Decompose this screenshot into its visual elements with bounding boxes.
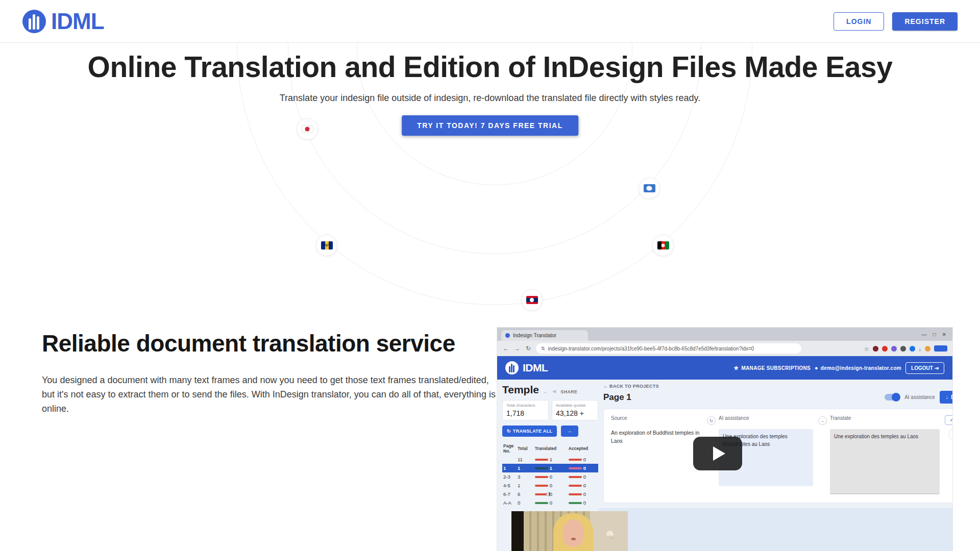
ai-assistance-label: AI assistance [904, 394, 935, 400]
antarctica-flag-icon [639, 178, 660, 199]
free-trial-cta-button[interactable]: TRY IT TODAY! 7 DAYS FREE TRIAL [402, 115, 578, 136]
account-menu[interactable]: ● demo@indesign-translator.com [815, 365, 901, 371]
page-title: Page 1 [603, 392, 631, 403]
ai-assistance-toggle[interactable] [885, 394, 900, 400]
intro-video[interactable]: Indesign Translator —□✕ ← → ↻ ⇅ indesign… [497, 328, 952, 551]
translation-textarea[interactable]: Une exploration des temples au Laos [830, 429, 940, 494]
back-to-projects-link[interactable]: ← BACK TO PROJECTS [603, 384, 952, 389]
window-controls[interactable]: —□✕ [922, 328, 948, 341]
download-button[interactable]: ↓ DOWNLOAD [940, 391, 952, 404]
table-row[interactable]: 2-3 3 0 0 [502, 472, 598, 481]
next-row-area [598, 508, 952, 551]
extension-icon[interactable] [873, 346, 878, 352]
brand-logo[interactable]: IDML [22, 9, 104, 34]
app-header: IDML ★ MANAGE SUBSCRIPTIONS ● demo@indes… [497, 356, 952, 380]
feature-section: Reliable document translation service Yo… [42, 330, 504, 416]
check-icon: ✓ [950, 418, 952, 422]
top-nav: IDML LOGIN REGISTER [0, 0, 980, 43]
table-row[interactable]: A-A 0 0 0 [502, 498, 598, 507]
subscriptions-icon: ★ [733, 365, 739, 371]
register-button[interactable]: REGISTER [892, 12, 958, 31]
next-arrow-button[interactable]: → [561, 425, 578, 437]
logout-button[interactable]: LOGOUT ⇥ [905, 362, 944, 374]
edit-icon[interactable]: ← [543, 389, 548, 394]
maximize-icon: □ [933, 332, 936, 337]
browser-toolbar: ← → ↻ ⇅ indesign-translator.com/projects… [497, 341, 952, 356]
extension-icons: ☆ ↓ [864, 345, 947, 352]
translate-all-button[interactable]: ↻ TRANSLATE ALL [502, 425, 557, 437]
feature-body: You designed a document with many text f… [42, 373, 504, 416]
table-row-selected[interactable]: 1 1 1 0 [502, 464, 598, 472]
barbados-flag-icon: Ψ [316, 235, 337, 256]
nav-actions: LOGIN REGISTER [834, 12, 958, 31]
app-logo-icon [505, 361, 519, 374]
forward-icon[interactable]: → [513, 345, 521, 352]
extension-icon[interactable] [910, 346, 915, 352]
manage-subscriptions-link[interactable]: ★ MANAGE SUBSCRIPTIONS [733, 365, 811, 371]
profile-avatar[interactable] [925, 346, 930, 352]
presenter-video-inset [511, 511, 628, 551]
close-icon: ✕ [942, 332, 946, 337]
reject-button[interactable]: ✕ REJECT [949, 430, 952, 439]
japan-flag-icon [297, 118, 318, 140]
translation-card: Source An exploration of Buddhist temple… [603, 409, 952, 503]
total-characters-card: Total characters 1,718 [502, 400, 549, 420]
tab-title: Indesign Translator [513, 333, 556, 338]
table-row[interactable]: 11 1 0 [502, 455, 598, 464]
extension-icon[interactable] [882, 346, 888, 352]
favicon [505, 333, 510, 338]
extension-icon[interactable] [900, 346, 906, 352]
validate-button[interactable]: ✓ VALIDATE [945, 415, 952, 425]
app-brand-name: IDML [523, 362, 548, 374]
share-label[interactable]: SHARE [560, 389, 577, 394]
back-icon[interactable]: ← [502, 345, 509, 352]
hero-section: Online Translation and Edition of InDesi… [0, 43, 980, 327]
landing-page: IDML LOGIN REGISTER Online Translation a… [0, 0, 980, 551]
translation-panel: ← BACK TO PROJECTS Page 1 AI assistance … [603, 384, 952, 551]
ai-column-header: AI assistance [719, 415, 813, 421]
idml-logo-icon [22, 10, 46, 33]
download-icon[interactable]: ↓ [919, 346, 922, 352]
youtube-play-button[interactable] [693, 437, 742, 470]
login-button[interactable]: LOGIN [834, 12, 884, 31]
bookmark-star-icon[interactable]: ☆ [864, 346, 869, 352]
hero-title: Online Translation and Edition of InDesi… [0, 50, 980, 84]
pages-table: Page No. Total Translated Accepted 11 1 … [502, 443, 598, 507]
afghanistan-flag-icon [652, 235, 674, 256]
browser-tab-strip: Indesign Translator —□✕ [497, 328, 952, 341]
download-icon: ↓ [946, 394, 948, 400]
brand-name: IDML [51, 9, 104, 34]
url-text: indesign-translator.com/projects/a31fce9… [548, 346, 754, 352]
refresh-icon[interactable]: ↻ [525, 345, 532, 352]
available-quotas-card: Available quotas 43,128 + [552, 400, 598, 420]
translate-column-header: Translate [830, 415, 940, 421]
browser-tab[interactable]: Indesign Translator [501, 330, 588, 341]
extension-icon[interactable] [891, 346, 897, 352]
address-bar[interactable]: ⇅ indesign-translator.com/projects/a31fc… [536, 343, 801, 354]
regenerate-icon-button[interactable]: ↻ [707, 416, 716, 425]
browser-menu-button[interactable] [934, 345, 947, 352]
table-row[interactable]: 4-5 1 0 0 [502, 481, 598, 490]
project-name: Temple [502, 384, 539, 396]
feature-title: Reliable document translation service [42, 330, 455, 357]
apply-arrow-icon-button[interactable]: → [818, 416, 827, 425]
refresh-icon: ↻ [507, 429, 511, 434]
source-text: An exploration of Buddhist temples in La… [611, 429, 702, 445]
laos-flag-icon [521, 289, 543, 311]
site-info-icon: ⇅ [541, 346, 545, 351]
minimize-icon: — [922, 332, 927, 337]
hero-subtitle: Translate your indesign file outside of … [0, 93, 980, 104]
user-icon: ● [815, 365, 818, 371]
source-column-header: Source [611, 415, 702, 421]
share-icon[interactable]: ⋖ [552, 389, 556, 394]
